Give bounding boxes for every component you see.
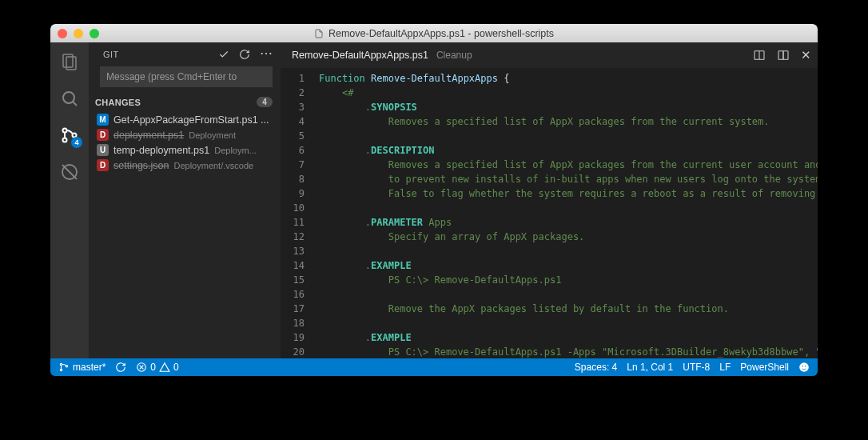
code-line[interactable]: Removes a specified list of AppX package…: [319, 158, 818, 172]
changes-section-header[interactable]: CHANGES 4: [89, 94, 281, 110]
titlebar: Remove-DefaultAppxApps.ps1 - powershell-…: [50, 24, 818, 42]
explorer-activity[interactable]: [58, 50, 81, 73]
line-number: 12: [281, 230, 305, 244]
svg-point-14: [60, 369, 62, 370]
changed-file-row[interactable]: Dsettings.jsonDeployment/.vscode: [89, 158, 281, 173]
file-name: temp-deployment.ps1: [113, 145, 209, 156]
code-line[interactable]: .PARAMETER Apps: [319, 215, 818, 230]
svg-point-4: [63, 129, 67, 133]
code-line[interactable]: .DESCRIPTION: [319, 143, 818, 158]
line-number: 14: [281, 258, 305, 273]
line-number: 15: [281, 273, 305, 287]
file-status-badge: M: [97, 114, 109, 126]
window-title: Remove-DefaultAppxApps.ps1 - powershell-…: [328, 28, 554, 39]
line-number: 4: [281, 114, 305, 129]
code-line[interactable]: .SYNOPSIS: [319, 100, 818, 114]
editor-content[interactable]: 1234567891011121314151617181920 Function…: [281, 68, 818, 358]
svg-rect-12: [783, 51, 788, 60]
status-problems[interactable]: 0 0: [136, 362, 178, 373]
svg-point-20: [802, 366, 803, 367]
code-line[interactable]: to prevent new installs of in-built apps…: [319, 172, 818, 186]
warnings-count: 0: [173, 362, 179, 373]
maximize-window-button[interactable]: [90, 29, 99, 38]
close-editor-icon[interactable]: ✕: [801, 48, 811, 62]
file-name: Get-AppxPackageFromStart.ps1 ...: [113, 114, 269, 126]
refresh-icon[interactable]: [239, 49, 250, 60]
commit-icon[interactable]: [218, 49, 229, 60]
code-line[interactable]: .EXAMPLE: [319, 258, 818, 273]
line-number: 19: [281, 330, 305, 345]
editor-tab-subtitle: Cleanup: [436, 50, 472, 61]
code-line[interactable]: <#: [319, 86, 818, 100]
changed-file-row[interactable]: Ddeployment.ps1Deployment: [89, 127, 281, 142]
code-line[interactable]: [319, 287, 818, 302]
line-number: 17: [281, 302, 305, 316]
errors-count: 0: [150, 362, 156, 373]
vscode-window: Remove-DefaultAppxApps.ps1 - powershell-…: [50, 24, 818, 376]
code-line[interactable]: Removes a specified list of AppX package…: [319, 114, 818, 129]
code-line[interactable]: [319, 201, 818, 215]
line-number: 18: [281, 316, 305, 330]
code-line[interactable]: [319, 316, 818, 330]
code-line[interactable]: Remove the AppX packages listed by defau…: [319, 302, 818, 316]
scm-sidebar: GIT ⋯ CHANGES 4 MGet-AppxPackageFromStar…: [89, 42, 281, 358]
minimize-window-button[interactable]: [74, 29, 83, 38]
scm-header-label: GIT: [103, 50, 119, 59]
code-line[interactable]: [319, 244, 818, 258]
scm-activity[interactable]: 4: [58, 124, 81, 146]
status-feedback[interactable]: [798, 362, 810, 373]
editor-tab-bar: Remove-DefaultAppxApps.ps1 Cleanup ✕: [281, 42, 818, 68]
status-branch[interactable]: master*: [58, 362, 106, 373]
file-status-badge: D: [97, 129, 109, 141]
file-icon: [314, 28, 324, 39]
code-line[interactable]: PS C:\> Remove-DefaultApps.ps1 -Apps "Mi…: [319, 345, 818, 358]
svg-point-5: [63, 138, 67, 142]
file-directory: Deploym...: [214, 146, 257, 155]
line-number: 9: [281, 186, 305, 201]
status-position[interactable]: Ln 1, Col 1: [627, 362, 673, 373]
svg-point-19: [799, 362, 809, 372]
line-number: 8: [281, 172, 305, 186]
svg-rect-11: [778, 51, 783, 60]
close-window-button[interactable]: [58, 29, 67, 38]
code-line[interactable]: Function Remove-DefaultAppxApps {: [319, 71, 818, 86]
line-number: 3: [281, 100, 305, 114]
commit-message-input[interactable]: [100, 66, 273, 87]
status-language[interactable]: PowerShell: [740, 362, 789, 373]
changes-count-badge: 4: [257, 97, 273, 107]
code-line[interactable]: [319, 129, 818, 143]
code-line[interactable]: .EXAMPLE: [319, 330, 818, 345]
status-spaces[interactable]: Spaces: 4: [575, 362, 617, 373]
changes-label: CHANGES: [95, 98, 141, 107]
line-number: 6: [281, 143, 305, 158]
changed-file-row[interactable]: Utemp-deployment.ps1Deploym...: [89, 142, 281, 158]
file-directory: Deployment/.vscode: [173, 161, 253, 170]
line-number: 10: [281, 201, 305, 215]
changed-file-row[interactable]: MGet-AppxPackageFromStart.ps1 ...: [89, 112, 281, 127]
line-number: 2: [281, 86, 305, 100]
split-editor-icon[interactable]: [753, 49, 766, 62]
line-number: 7: [281, 158, 305, 172]
code-line[interactable]: False to flag whether the system require…: [319, 186, 818, 201]
debug-activity[interactable]: [58, 161, 81, 183]
status-sync[interactable]: [115, 362, 126, 373]
line-number: 11: [281, 215, 305, 230]
code-line[interactable]: PS C:\> Remove-DefaultApps.ps1: [319, 273, 818, 287]
file-directory: Deployment: [189, 130, 236, 140]
line-number: 13: [281, 244, 305, 258]
more-icon[interactable]: ⋯: [260, 49, 271, 60]
status-eol[interactable]: LF: [719, 362, 731, 373]
svg-point-2: [63, 92, 74, 103]
file-name: settings.json: [113, 160, 169, 171]
file-status-badge: D: [97, 159, 109, 171]
status-encoding[interactable]: UTF-8: [683, 362, 710, 373]
code-line[interactable]: Specify an array of AppX packages.: [319, 230, 818, 244]
editor-tab-title[interactable]: Remove-DefaultAppxApps.ps1: [292, 50, 428, 61]
open-changes-icon[interactable]: [777, 49, 790, 62]
file-name: deployment.ps1: [113, 130, 184, 141]
activity-bar: 4: [50, 42, 89, 358]
line-number: 20: [281, 345, 305, 358]
scm-badge: 4: [71, 137, 82, 148]
search-activity[interactable]: [58, 87, 81, 110]
line-number: 1: [281, 71, 305, 86]
